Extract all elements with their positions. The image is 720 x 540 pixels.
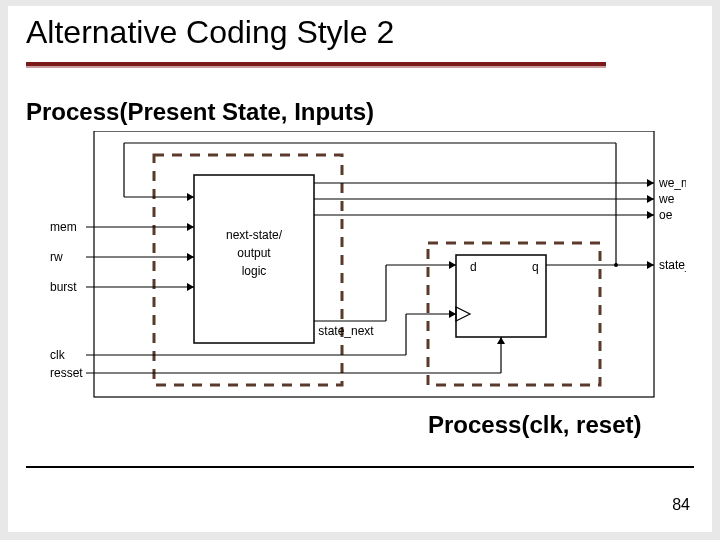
input-mem: mem [50,220,77,234]
block-diagram: next-state/ output logic d q mem rw burs… [46,131,686,409]
signal-state-next: state_next [318,324,374,338]
block-combo-line1: next-state/ [226,228,283,242]
block-combo-line2: output [237,246,271,260]
label-process2: Process(clk, reset) [428,411,641,439]
svg-rect-0 [94,131,654,397]
output-we: we [658,192,675,206]
page-title: Alternative Coding Style 2 [26,14,394,51]
label-process1: Process(Present State, Inputs) [26,98,374,126]
input-burst: burst [50,280,77,294]
footer-rule [26,466,694,468]
title-rule-light [26,66,606,68]
output-state-reg: state_reg [659,258,686,272]
input-reset: resset [50,366,83,380]
page-number: 84 [672,496,690,514]
input-rw: rw [50,250,63,264]
input-clk: clk [50,348,66,362]
reg-d: d [470,260,477,274]
slide: Alternative Coding Style 2 Process(Prese… [8,6,712,532]
block-combo-line3: logic [242,264,267,278]
reg-q: q [532,260,539,274]
output-oe: oe [659,208,673,222]
output-we-me: we_me [658,176,686,190]
